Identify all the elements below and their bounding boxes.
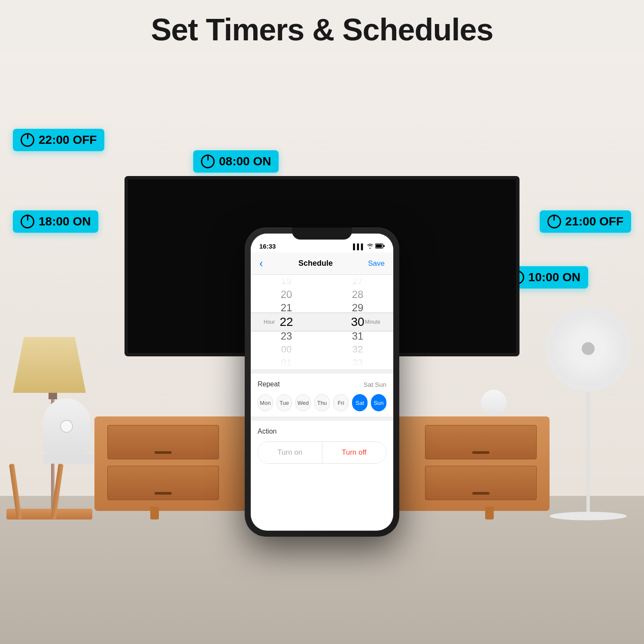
fan xyxy=(545,306,631,520)
repeat-header: Repeat Sat Sun xyxy=(258,380,386,388)
action-section: Action Turn on Turn off xyxy=(251,421,393,471)
nav-bar: ‹ Schedule Save xyxy=(251,252,393,275)
phone-notch xyxy=(292,228,352,240)
power-icon-on-18 xyxy=(21,215,34,228)
cabinet-leg-4 xyxy=(485,507,494,519)
turn-off-button[interactable]: Turn off xyxy=(322,442,386,463)
picker-minute-28[interactable]: 28 xyxy=(340,288,375,301)
time-picker[interactable]: Hour Minute 19 20 21 22 23 00 01 27 xyxy=(251,275,393,369)
picker-label-hour: Hour xyxy=(264,319,275,325)
picker-minute-33[interactable]: 33 xyxy=(340,357,375,369)
power-icon-off-21 xyxy=(547,215,561,228)
svg-rect-1 xyxy=(376,245,382,248)
picker-hour-20[interactable]: 20 xyxy=(269,288,304,301)
timer-badge-off-22-label: 22:00 OFF xyxy=(39,133,97,147)
day-btn-wed[interactable]: Wed xyxy=(295,394,311,411)
timer-badge-on-18: 18:00 ON xyxy=(13,210,98,233)
drawer-handle-3 xyxy=(155,492,172,495)
timer-badge-on-8: 08:00 ON xyxy=(193,150,279,173)
picker-hour-01[interactable]: 01 xyxy=(269,357,304,369)
cabinet-drawer-2 xyxy=(425,425,537,459)
picker-minute-27[interactable]: 27 xyxy=(340,275,375,287)
device-small xyxy=(481,390,507,416)
status-icons: ▌▌▌ xyxy=(353,243,385,250)
picker-minute-32[interactable]: 32 xyxy=(340,343,375,355)
fan-pole xyxy=(586,392,590,512)
day-btn-thu[interactable]: Thu xyxy=(314,394,330,411)
fan-base xyxy=(550,512,627,520)
phone-mockup: 16:33 ▌▌▌ xyxy=(245,228,399,528)
picker-hour-19[interactable]: 19 xyxy=(269,275,304,287)
signal-icon: ▌▌▌ xyxy=(353,243,365,250)
lamp-shade xyxy=(13,337,86,393)
picker-minute-31[interactable]: 31 xyxy=(340,330,375,342)
wifi-icon xyxy=(367,243,374,250)
action-buttons: Turn on Turn off xyxy=(258,441,386,464)
battery-icon xyxy=(375,243,385,250)
timer-badge-off-21-label: 21:00 OFF xyxy=(565,215,623,228)
day-btn-sun[interactable]: Sun xyxy=(371,394,386,411)
day-btn-mon[interactable]: Mon xyxy=(258,394,273,411)
cabinet-drawer-1 xyxy=(107,425,219,459)
power-icon-off-22 xyxy=(21,133,34,147)
page-title: Set Timers & Schedules xyxy=(0,12,644,47)
cabinet-drawer-3 xyxy=(107,466,219,500)
timer-badge-on-10-label: 10:00 ON xyxy=(529,270,580,284)
day-btn-fri[interactable]: Fri xyxy=(333,394,349,411)
humidifier xyxy=(43,398,94,463)
repeat-section: Repeat Sat Sun Mon Tue Wed Thu Fri Sat S… xyxy=(251,374,393,416)
picker-hour-00[interactable]: 00 xyxy=(269,343,304,355)
timer-badge-off-21: 21:00 OFF xyxy=(540,210,631,233)
cabinet-drawer-4 xyxy=(425,466,537,500)
status-time: 16:33 xyxy=(259,243,276,250)
section-divider-1 xyxy=(251,369,393,374)
turn-on-button[interactable]: Turn on xyxy=(258,442,322,463)
fan-head xyxy=(545,306,631,392)
phone-inner-screen: 16:33 ▌▌▌ xyxy=(251,234,393,531)
fan-center xyxy=(582,342,595,355)
picker-hour-23[interactable]: 23 xyxy=(269,330,304,342)
back-button[interactable]: ‹ xyxy=(259,257,263,270)
timer-badge-off-22: 22:00 OFF xyxy=(13,129,104,151)
picker-label-minute: Minute xyxy=(365,319,380,325)
lamp-legs xyxy=(13,464,60,519)
humidifier-body xyxy=(43,398,90,454)
svg-rect-2 xyxy=(383,245,385,247)
section-divider-2 xyxy=(251,416,393,421)
power-icon-on-8 xyxy=(201,155,215,168)
cabinet-leg-1 xyxy=(150,507,159,519)
humidifier-button xyxy=(60,420,73,433)
repeat-title: Repeat xyxy=(258,380,280,388)
phone-outer-shell: 16:33 ▌▌▌ xyxy=(245,228,399,537)
save-button[interactable]: Save xyxy=(368,259,385,268)
humidifier-base xyxy=(43,454,94,464)
drawer-handle-1 xyxy=(155,451,172,454)
nav-title: Schedule xyxy=(298,259,333,268)
day-btn-sat[interactable]: Sat xyxy=(352,394,368,411)
day-buttons: Mon Tue Wed Thu Fri Sat Sun xyxy=(258,394,386,411)
repeat-value: Sat Sun xyxy=(364,381,386,388)
action-title: Action xyxy=(258,428,386,435)
day-btn-tue[interactable]: Tue xyxy=(276,394,292,411)
drawer-handle-2 xyxy=(472,451,489,454)
drawer-handle-4 xyxy=(472,492,489,495)
picker-scroll[interactable]: Hour Minute 19 20 21 22 23 00 01 27 xyxy=(251,275,393,369)
timer-badge-on-8-label: 08:00 ON xyxy=(219,155,271,168)
timer-badge-on-18-label: 18:00 ON xyxy=(39,215,91,228)
